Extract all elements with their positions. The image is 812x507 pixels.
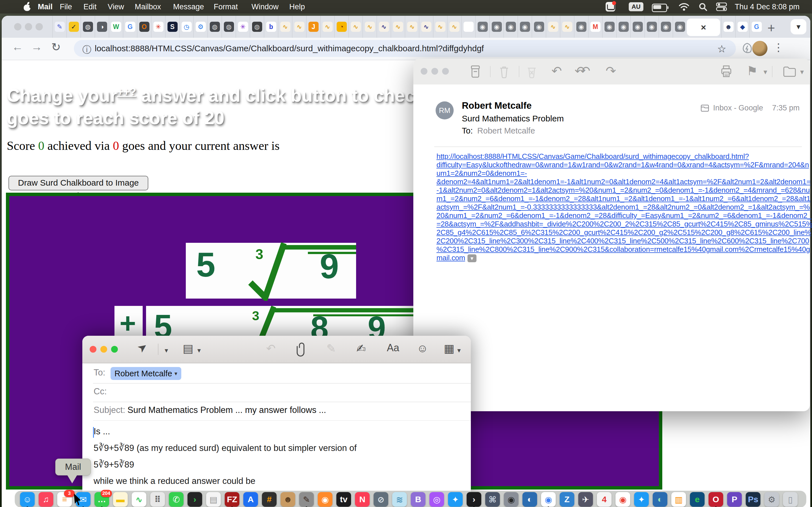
- reply-icon[interactable]: ↶: [552, 64, 562, 78]
- email-link-line[interactable]: http://localhost:8888/HTMLCSS/Canvas/Gam…: [437, 152, 803, 161]
- browser-tab[interactable]: ∿: [278, 16, 292, 38]
- window-minimize-button[interactable]: [100, 346, 107, 353]
- dock-icon-launchpad[interactable]: ⠿: [150, 492, 165, 507]
- browser-tab[interactable]: ☻: [721, 16, 735, 38]
- browser-tab[interactable]: G: [749, 16, 763, 38]
- browser-tab[interactable]: ∿: [363, 16, 377, 38]
- dock-icon-zoom[interactable]: Z: [560, 492, 574, 507]
- site-info-icon[interactable]: ⓘ: [82, 44, 91, 56]
- dock-icon-utility[interactable]: ⌘: [485, 492, 500, 507]
- dock-icon-calculator[interactable]: #: [262, 492, 276, 507]
- fields-chevron-icon[interactable]: ▾: [197, 346, 201, 354]
- email-link-line[interactable]: =28&actsym_=%2F&addhashbit=_divide%2C200…: [437, 220, 803, 228]
- email-link-line[interactable]: 2C85_g4%2C615%2C85_6%2C315%2C200_gcurt%2…: [437, 228, 803, 237]
- dock-icon-filezilla[interactable]: FZ: [225, 492, 239, 507]
- browser-tab[interactable]: ◉: [504, 16, 518, 38]
- menu-window[interactable]: Window: [252, 0, 278, 13]
- email-link-line[interactable]: mail.com▾: [437, 253, 803, 262]
- browser-tab[interactable]: ◉: [630, 16, 645, 38]
- menu-view[interactable]: View: [108, 0, 124, 13]
- dock-icon-terminal[interactable]: ›: [467, 492, 481, 507]
- window-zoom-button[interactable]: [442, 68, 449, 75]
- browser-tab[interactable]: ◷: [179, 16, 193, 38]
- compose-body-line[interactable]: 5∛9+5∛89 (as my reduced surd) equivalent…: [94, 443, 357, 453]
- menu-mailbox[interactable]: Mailbox: [135, 0, 161, 13]
- browser-tab[interactable]: ✳: [151, 16, 165, 38]
- menu-format[interactable]: Format: [214, 0, 238, 13]
- browser-tab[interactable]: ◉: [475, 16, 490, 38]
- browser-tab[interactable]: ∿: [320, 16, 335, 38]
- browser-tab[interactable]: ⚙: [193, 16, 207, 38]
- browser-tab[interactable]: ∿: [377, 16, 391, 38]
- dock-icon-pixelmator[interactable]: P: [727, 492, 742, 507]
- email-link-body[interactable]: http://localhost:8888/HTMLCSS/Canvas/Gam…: [437, 152, 803, 262]
- browser-tab[interactable]: W: [109, 16, 123, 38]
- dock-icon-do-not-disturb[interactable]: ⊘: [373, 492, 388, 507]
- browser-tab[interactable]: ✎: [52, 16, 66, 38]
- browser-tab[interactable]: ∿: [419, 16, 433, 38]
- tab-close-icon[interactable]: ×: [701, 22, 706, 33]
- email-link-line[interactable]: actsym_=%2F&alt2num1_=-0.333333333333333…: [437, 203, 803, 211]
- dock-icon-facetime[interactable]: ✆: [169, 492, 184, 507]
- browser-tab[interactable]: ◆: [735, 16, 749, 38]
- draw-chalkboard-button[interactable]: Draw Surd Chalkboard to Image Below: [8, 176, 148, 190]
- attach-icon[interactable]: [296, 342, 307, 356]
- menu-app-name[interactable]: Mail: [38, 0, 53, 13]
- menu-message[interactable]: Message: [173, 0, 204, 13]
- media-chevron-icon[interactable]: ▾: [457, 346, 461, 354]
- browser-tab[interactable]: ◉: [659, 16, 673, 38]
- forward-icon[interactable]: →: [31, 41, 42, 53]
- active-tab[interactable]: ×: [687, 18, 720, 36]
- browser-tab[interactable]: ◉: [645, 16, 659, 38]
- archive-icon[interactable]: [469, 65, 481, 78]
- input-source-badge[interactable]: AU: [629, 2, 644, 11]
- browser-tab[interactable]: ◉: [532, 16, 546, 38]
- browser-tab[interactable]: ∿: [292, 16, 306, 38]
- browser-tab[interactable]: ◍: [250, 16, 264, 38]
- format-icon[interactable]: Aa: [387, 342, 399, 354]
- browser-tab[interactable]: ∿: [560, 16, 574, 38]
- browser-tab[interactable]: ◉: [490, 16, 504, 38]
- browser-tab[interactable]: ∿: [391, 16, 405, 38]
- to-recipient-token[interactable]: Robert Metcalfe▾: [110, 367, 181, 380]
- dock-icon-transit[interactable]: ✈: [578, 492, 593, 507]
- email-link-line[interactable]: -1&alt2num2=0&alt2denom2=1&alt2actsym=%2…: [437, 186, 803, 194]
- print-icon[interactable]: [719, 65, 733, 78]
- browser-tab[interactable]: S: [165, 16, 179, 38]
- browser-tab[interactable]: ∿: [546, 16, 560, 38]
- dock-icon-bbedit[interactable]: B: [411, 492, 425, 507]
- browser-tab[interactable]: M: [588, 16, 602, 38]
- browser-tab[interactable]: ◉: [574, 16, 588, 38]
- menubar-app-icon[interactable]: [606, 2, 615, 11]
- browser-tab[interactable]: ✓: [66, 16, 81, 38]
- flag-chevron-icon[interactable]: ▾: [763, 68, 767, 76]
- dock-icon-gimp[interactable]: ✎: [299, 492, 314, 507]
- dock-icon-exec-terminal[interactable]: ›: [188, 492, 202, 507]
- window-zoom-button[interactable]: [111, 346, 118, 353]
- new-tab-button[interactable]: +: [767, 20, 775, 36]
- dock-icon-finder[interactable]: ☺: [20, 492, 35, 507]
- dock-icon-chrome[interactable]: ◉: [541, 492, 556, 507]
- window-minimize-button[interactable]: [25, 23, 32, 31]
- signature-icon[interactable]: ✍: [356, 342, 366, 355]
- menu-help[interactable]: Help: [289, 0, 305, 13]
- media-icon[interactable]: ▦: [444, 342, 455, 355]
- url-text[interactable]: localhost:8888/HTMLCSS/Canvas/Game/Chalk…: [95, 44, 484, 53]
- window-minimize-button[interactable]: [432, 68, 438, 75]
- email-link-line[interactable]: um1=2&num2=0&denom1=-: [437, 169, 803, 177]
- dock-icon-app-store[interactable]: A: [243, 492, 258, 507]
- menu-edit[interactable]: Edit: [84, 0, 97, 13]
- send-icon[interactable]: ➤: [135, 339, 150, 355]
- control-center-icon[interactable]: [716, 3, 727, 11]
- battery-saver-icon[interactable]: [741, 42, 753, 55]
- browser-tab[interactable]: ◔: [335, 16, 349, 38]
- dock-icon-news[interactable]: N: [355, 492, 370, 507]
- menubar-clock[interactable]: Thu 4 Dec 8:08 pm: [735, 0, 800, 13]
- compose-body-line[interactable]: Is ...: [94, 427, 357, 437]
- reload-icon[interactable]: ↻: [51, 41, 61, 54]
- flag-icon[interactable]: ⚑: [747, 64, 758, 78]
- email-link-line[interactable]: 20&num1_=2&num2_=6&denom1_=-1&denom2_=28…: [437, 211, 803, 220]
- search-icon[interactable]: [699, 3, 708, 11]
- browser-tab[interactable]: ◍: [221, 16, 236, 38]
- dock-icon-opera[interactable]: O: [709, 492, 723, 507]
